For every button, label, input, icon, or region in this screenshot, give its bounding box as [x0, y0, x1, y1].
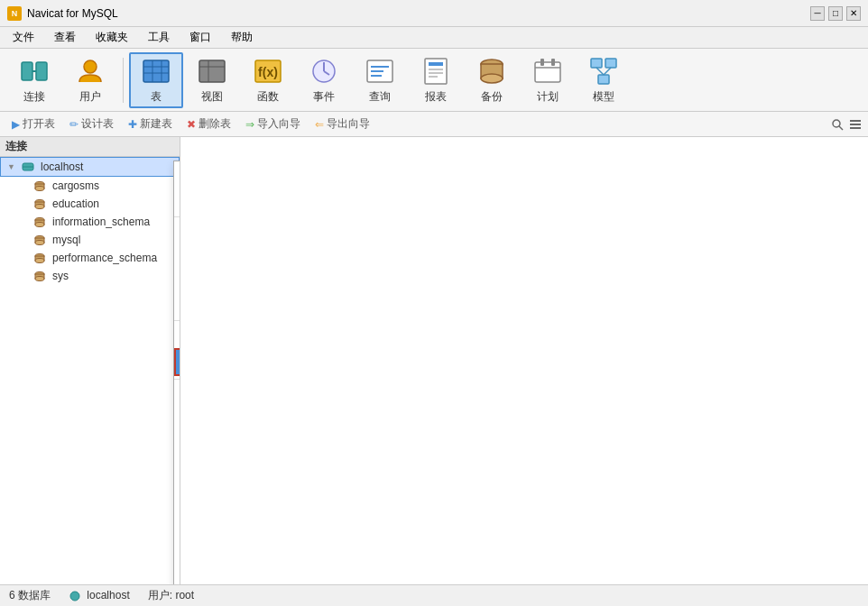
education-db-icon: [32, 197, 47, 211]
sys-db-icon: [32, 269, 47, 283]
cargosms-db-icon: [32, 179, 47, 193]
toolbar-btn-schedule[interactable]: 计划: [521, 52, 575, 108]
toolbar-btn-report[interactable]: 报表: [409, 52, 463, 108]
title-bar-controls: ─ □ ✕: [810, 6, 861, 21]
status-user: 用户: root: [148, 588, 194, 603]
svg-point-3: [84, 60, 97, 73]
design-table-action-icon: ✏: [69, 118, 78, 131]
toolbar-btn-connect[interactable]: 连接: [7, 52, 61, 108]
close-button[interactable]: ✕: [846, 6, 861, 21]
action-btn-import[interactable]: ⇒导入向导: [239, 114, 307, 134]
connect-icon: [18, 55, 51, 87]
action-btn-open-table[interactable]: ▶打开表: [5, 114, 61, 134]
function-icon: f(x): [252, 55, 284, 87]
action-bar-right: [830, 117, 863, 132]
action-btn-new-table[interactable]: ✚新建表: [122, 114, 179, 134]
svg-rect-29: [535, 62, 560, 82]
svg-point-53: [35, 223, 44, 227]
ctx-item-color[interactable]: ◉ 颜色 ▶: [174, 504, 180, 528]
right-panel: [180, 137, 868, 584]
user-icon: [74, 55, 106, 87]
menu-item-1[interactable]: 查看: [45, 28, 85, 47]
svg-point-50: [35, 205, 44, 209]
menu-item-2[interactable]: 收藏夹: [87, 28, 137, 47]
toolbar-btn-query[interactable]: 查询: [353, 52, 407, 108]
ctx-item-refresh[interactable]: ↺ 刷新 ▶: [174, 455, 180, 480]
ctx-item-conn-props[interactable]: ℹ 连接属性...: [174, 293, 180, 317]
ctx-item-set-path[interactable]: → 前往设置保存路径: [174, 528, 180, 553]
ctx-item-cmd[interactable]: ▪ 命令列介面...: [174, 382, 180, 407]
status-host: localhost: [87, 589, 129, 601]
svg-rect-4: [143, 60, 169, 82]
tree-item-education[interactable]: education: [0, 195, 180, 213]
ctx-item-new-db[interactable]: ✚ 新建数据库...: [174, 348, 180, 376]
menu-item-3[interactable]: 工具: [139, 28, 179, 47]
information_schema-label: information_schema: [52, 216, 150, 228]
education-label: education: [52, 197, 99, 210]
svg-rect-34: [605, 59, 616, 68]
ctx-separator: [174, 216, 180, 217]
svg-point-59: [35, 259, 44, 263]
tree-item-mysql[interactable]: mysql: [0, 231, 180, 249]
app-title: Navicat for MySQL: [27, 7, 118, 20]
tree-container: ▼ localhost cargosms education informati…: [0, 157, 180, 285]
svg-line-39: [839, 126, 843, 130]
action-btn-export[interactable]: ⇐导出向导: [309, 114, 376, 134]
delete-table-action-icon: ✖: [187, 118, 196, 131]
svg-point-38: [833, 120, 840, 127]
ctx-separator: [174, 320, 180, 321]
svg-rect-1: [36, 62, 47, 80]
left-panel-header: 连接: [0, 137, 180, 157]
event-icon: [308, 55, 340, 87]
ctx-item-new-conn[interactable]: ✚ 新建连接...: [174, 220, 180, 244]
tree-item-sys[interactable]: sys: [0, 267, 180, 285]
toolbar-btn-view[interactable]: 视图: [185, 52, 239, 108]
search-icon[interactable]: [830, 117, 845, 132]
toolbar-btn-backup[interactable]: 备份: [465, 52, 519, 108]
toolbar-btn-event[interactable]: 事件: [297, 52, 351, 108]
toolbar-btn-table[interactable]: 表: [129, 52, 183, 108]
maximize-button[interactable]: □: [828, 6, 843, 21]
ctx-item-close-conn[interactable]: ■ 关闭连接: [174, 189, 180, 214]
schedule-icon: [531, 55, 564, 87]
svg-point-47: [35, 187, 44, 191]
context-menu: ▶ 打开连接 ■ 关闭连接 ✚ 新建连接... ⎘ 复制连接... ✖ 删除连接…: [173, 161, 180, 584]
svg-rect-0: [22, 62, 32, 80]
svg-point-28: [481, 74, 503, 83]
svg-text:f(x): f(x): [258, 65, 278, 79]
toolbar-btn-user[interactable]: 用户: [63, 52, 117, 108]
svg-rect-22: [429, 62, 443, 66]
title-bar-left: N Navicat for MySQL: [7, 6, 118, 21]
tree-item-localhost[interactable]: ▼ localhost: [0, 157, 180, 177]
performance_schema-db-icon: [32, 251, 47, 265]
db-count: 6 数据库: [9, 588, 51, 603]
import-action-icon: ⇒: [245, 118, 254, 131]
tree-item-cargosms[interactable]: cargosms: [0, 177, 180, 195]
toolbar-btn-function[interactable]: f(x)函数: [241, 52, 295, 108]
minimize-button[interactable]: ─: [810, 6, 825, 21]
model-icon: [587, 55, 620, 87]
toolbar: 连接用户表视图f(x)函数事件查询报表备份计划模型: [0, 49, 868, 112]
action-btn-delete-table[interactable]: ✖删除表: [180, 114, 237, 134]
ctx-item-refresh2[interactable]: ↺ 刷新: [174, 553, 180, 577]
ctx-item-open-db[interactable]: 📂 打开数据库: [174, 324, 180, 348]
ctx-item-conn-info[interactable]: ℹ 连接信息...: [174, 577, 180, 584]
table-icon: [140, 55, 172, 87]
ctx-item-run-sql[interactable]: ▶ 运行 SQL 文件...: [174, 407, 180, 431]
toolbar-btn-model[interactable]: 模型: [577, 52, 631, 108]
tree-item-performance_schema[interactable]: performance_schema: [0, 249, 180, 267]
mysql-label: mysql: [52, 234, 80, 246]
menu-item-5[interactable]: 帮助: [222, 28, 262, 47]
action-btn-design-table[interactable]: ✏设计表: [63, 114, 120, 134]
ctx-item-open-conn[interactable]: ▶ 打开连接: [174, 165, 180, 189]
ctx-item-delete-conn[interactable]: ✖ 删除连接: [174, 269, 180, 293]
ctx-item-data-transfer[interactable]: ⇔ 数据传输...: [174, 431, 180, 455]
ctx-item-manage-group[interactable]: ▤ 管理组 ▶: [174, 480, 180, 504]
tree-item-information_schema[interactable]: information_schema: [0, 213, 180, 231]
menu-item-0[interactable]: 文件: [4, 28, 43, 47]
list-icon[interactable]: [848, 117, 863, 132]
status-bar: 6 数据库 localhost 用户: root: [0, 584, 868, 606]
ctx-item-copy-conn[interactable]: ⎘ 复制连接...: [174, 244, 180, 269]
menu-item-4[interactable]: 窗口: [180, 28, 220, 47]
report-icon: [420, 55, 452, 87]
